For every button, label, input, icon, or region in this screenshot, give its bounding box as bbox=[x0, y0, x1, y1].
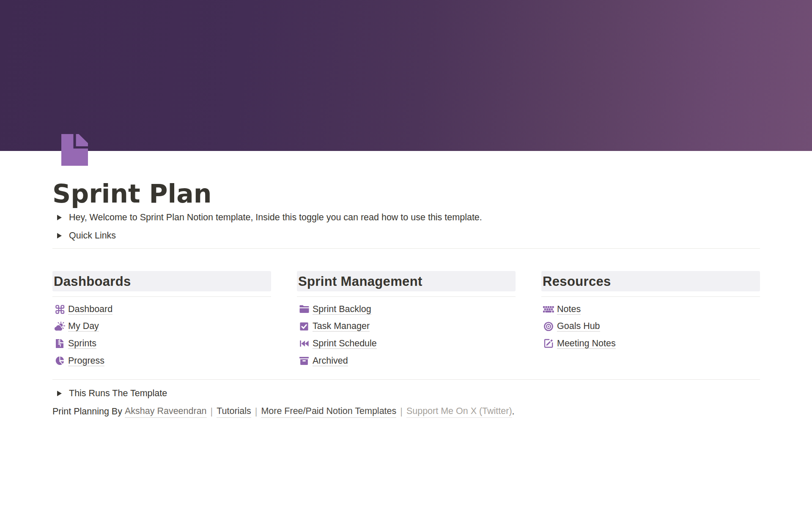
archive-icon bbox=[299, 355, 310, 366]
page-link-label[interactable]: Notes bbox=[557, 304, 581, 315]
toggle-runs-template[interactable]: This Runs The Template bbox=[52, 386, 760, 400]
credits-suffix: . bbox=[512, 406, 515, 417]
credits-link-0[interactable]: Akshay Raveendran bbox=[125, 406, 207, 418]
credits-separator: | bbox=[251, 406, 261, 417]
page-link-dashboard[interactable]: Dashboard bbox=[52, 302, 271, 316]
command-icon bbox=[54, 304, 65, 315]
toggle-quick-links[interactable]: Quick Links bbox=[52, 229, 760, 243]
edit-icon bbox=[543, 338, 554, 349]
page-link-label[interactable]: Sprints bbox=[68, 338, 96, 349]
page-link-archived[interactable]: Archived bbox=[297, 354, 516, 368]
credits-link-3[interactable]: Support Me On X (Twitter) bbox=[406, 406, 512, 418]
page-link-my-day[interactable]: My Day bbox=[52, 319, 271, 333]
link-list: DashboardMy DaySprintsProgress bbox=[52, 302, 271, 368]
page-link-sprints[interactable]: Sprints bbox=[52, 337, 271, 351]
sun-cloud-icon bbox=[54, 321, 65, 332]
toggle-triangle-icon[interactable] bbox=[57, 233, 62, 238]
divider bbox=[52, 248, 760, 249]
file-zip-icon bbox=[54, 338, 65, 349]
column-heading: Sprint Management bbox=[297, 271, 516, 291]
folder-icon bbox=[299, 304, 310, 315]
credits-link-1[interactable]: Tutorials bbox=[217, 406, 251, 418]
toggle-welcome[interactable]: Hey, Welcome to Sprint Plan Notion templ… bbox=[52, 211, 760, 225]
page-link-label[interactable]: Progress bbox=[68, 356, 104, 366]
toggle-welcome-label[interactable]: Hey, Welcome to Sprint Plan Notion templ… bbox=[69, 212, 482, 223]
divider bbox=[297, 296, 516, 297]
page-link-sprint-schedule[interactable]: Sprint Schedule bbox=[297, 337, 516, 351]
page-title: Sprint Plan bbox=[52, 178, 760, 209]
divider bbox=[541, 296, 760, 297]
page-link-progress[interactable]: Progress bbox=[52, 354, 271, 368]
link-columns: DashboardsDashboardMy DaySprintsProgress… bbox=[52, 271, 760, 371]
page-link-meeting-notes[interactable]: Meeting Notes bbox=[541, 337, 760, 351]
keyboard-icon bbox=[543, 304, 554, 315]
credits-separator: | bbox=[396, 406, 406, 417]
credits-line: Print Planning ByAkshay Raveendran|Tutor… bbox=[52, 405, 760, 419]
column-resources: ResourcesNotesGoals HubMeeting Notes bbox=[541, 271, 760, 371]
column-dashboards: DashboardsDashboardMy DaySprintsProgress bbox=[52, 271, 271, 371]
toggle-runs-template-label[interactable]: This Runs The Template bbox=[69, 388, 167, 399]
page-link-goals-hub[interactable]: Goals Hub bbox=[541, 319, 760, 333]
page-link-label[interactable]: Task Manager bbox=[313, 321, 370, 332]
column-heading: Dashboards bbox=[52, 271, 271, 291]
credits-link-2[interactable]: More Free/Paid Notion Templates bbox=[261, 406, 396, 418]
credits-separator: | bbox=[207, 406, 217, 417]
page-link-label[interactable]: My Day bbox=[68, 321, 99, 332]
link-list: Sprint BacklogTask ManagerSprint Schedul… bbox=[297, 302, 516, 368]
page-link-label[interactable]: Meeting Notes bbox=[557, 338, 616, 349]
page-link-label[interactable]: Sprint Schedule bbox=[313, 338, 377, 349]
page-cover bbox=[0, 0, 812, 151]
column-sprint-management: Sprint ManagementSprint BacklogTask Mana… bbox=[297, 271, 516, 371]
target-icon bbox=[543, 321, 554, 332]
toggle-triangle-icon[interactable] bbox=[57, 391, 62, 396]
page-link-sprint-backlog[interactable]: Sprint Backlog bbox=[297, 302, 516, 316]
page-link-label[interactable]: Goals Hub bbox=[557, 321, 600, 332]
checkbox-icon bbox=[299, 321, 310, 332]
column-heading: Resources bbox=[541, 271, 760, 291]
page-content: Sprint Plan Hey, Welcome to Sprint Plan … bbox=[52, 151, 760, 419]
toggle-triangle-icon[interactable] bbox=[57, 215, 62, 220]
skip-back-icon bbox=[299, 338, 310, 349]
credits-prefix: Print Planning By bbox=[52, 406, 122, 417]
page-link-label[interactable]: Sprint Backlog bbox=[313, 304, 371, 315]
toggle-quick-links-label[interactable]: Quick Links bbox=[69, 230, 116, 241]
page-link-task-manager[interactable]: Task Manager bbox=[297, 319, 516, 333]
page-link-label[interactable]: Dashboard bbox=[68, 304, 112, 315]
link-list: NotesGoals HubMeeting Notes bbox=[541, 302, 760, 351]
page-link-label[interactable]: Archived bbox=[313, 356, 348, 366]
page-link-notes[interactable]: Notes bbox=[541, 302, 760, 316]
divider bbox=[52, 296, 271, 297]
divider bbox=[52, 379, 760, 380]
pie-chart-icon bbox=[54, 355, 65, 366]
